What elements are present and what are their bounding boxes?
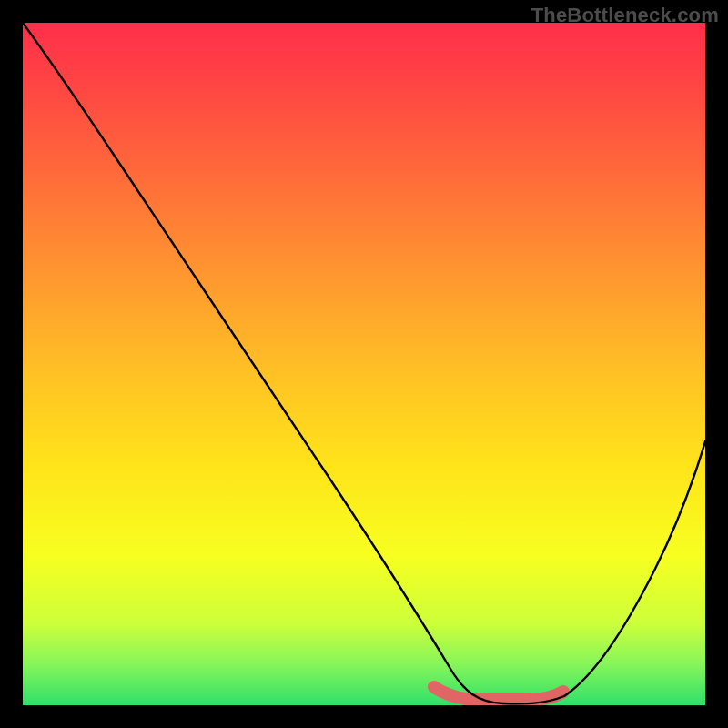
bottleneck-curve-line <box>23 23 705 703</box>
chart-frame: TheBottleneck.com <box>0 0 728 728</box>
optimal-range-highlight <box>434 687 563 700</box>
plot-area <box>23 23 705 705</box>
watermark-text: TheBottleneck.com <box>531 4 719 27</box>
curve-layer <box>23 23 705 705</box>
